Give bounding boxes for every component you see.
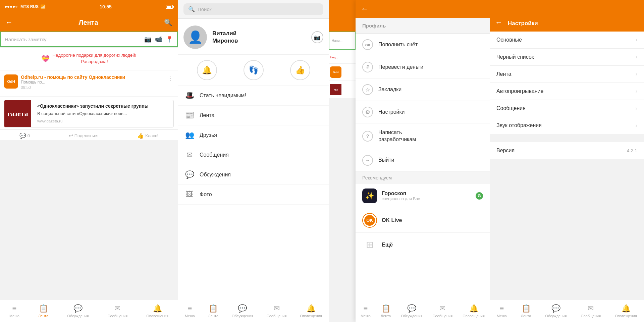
back-button[interactable]: ← (5, 18, 13, 27)
grid-icon: ⊞ (366, 239, 374, 250)
share-action[interactable]: ↩ Поделиться (69, 132, 99, 139)
discussions-label: Обсуждения (67, 314, 89, 318)
feed-avatar: OdH (4, 74, 18, 89)
menu-tab-discussions[interactable]: 💬 Обсуждения (232, 304, 253, 318)
bell-icon: 🔔 (202, 65, 212, 75)
more-item[interactable]: ⊞ Ещё (356, 233, 490, 257)
feed-item-more[interactable]: ⋮ (168, 74, 174, 82)
search-icon: 🔍 (188, 6, 195, 12)
likes-btn[interactable]: 👍 (290, 60, 310, 80)
search-placeholder: Поиск (198, 6, 212, 12)
version-value: 4.2.1 (627, 148, 637, 153)
like-icon: 👍 (137, 132, 144, 139)
settings-item-feed[interactable]: Лента › (490, 66, 644, 83)
settings-tab-menu[interactable]: ≡ Меню (497, 304, 507, 318)
version-label: Версия (496, 148, 515, 154)
transfer-label: Перевести деньги (378, 64, 423, 71)
oklive-icon: OK (362, 213, 377, 228)
status-bar-right (166, 5, 173, 9)
search-input-wrap[interactable]: 🔍 Поиск (183, 3, 323, 15)
sound-label: Звук отображения (496, 122, 542, 128)
status-bar-left: MTS RUS 📶 (5, 4, 46, 9)
menu-item-invisible[interactable]: 🎩 Стать невидимым! (178, 86, 329, 106)
menu-item-photos[interactable]: 🖼 Фото (178, 185, 329, 205)
menu-item-messages[interactable]: ✉ Сообщения (178, 145, 329, 165)
settings-feed-label: Лента (521, 314, 531, 318)
camera-button[interactable]: 📷 (311, 31, 323, 43)
comment-action[interactable]: 💬 0 (19, 132, 30, 139)
settings-item-general[interactable]: Основные › (490, 32, 644, 49)
promo-text: Недорогие подарки для дорогих людей!Расп… (52, 52, 136, 65)
camera-icon[interactable]: 📷 (144, 36, 152, 43)
overlay-msg-label: Сообщения (432, 314, 452, 318)
menu-tab-feed[interactable]: 📋 Лента (208, 304, 218, 318)
quick-actions: 🔔 👣 👍 (178, 55, 329, 86)
bookmarks-icon: ☆ (362, 84, 373, 95)
tab-messages[interactable]: ✉ Сообщения (107, 304, 127, 318)
discussions-menu-icon: 💬 (185, 170, 194, 179)
discussions-icon: 💬 (73, 304, 83, 313)
messages-label: Сообщения (107, 314, 127, 318)
news-card[interactable]: газета «Одноклассники» запустили секретн… (0, 97, 178, 129)
feed-menu-icon: 📰 (185, 111, 194, 120)
overlay-tab-disc[interactable]: 💬 Обсуждения (401, 304, 422, 318)
settings-disc-label: Обсуждения (545, 314, 567, 318)
settings-item-autoplay[interactable]: Автопроигрывание › (490, 83, 644, 100)
settings-item-blacklist[interactable]: Чёрный список › (490, 49, 644, 66)
horoscope-item[interactable]: ✨ Гороскоп специально для Вас G (356, 184, 490, 208)
note-placeholder[interactable]: Написать заметку (5, 37, 142, 42)
video-icon[interactable]: 📹 (155, 36, 162, 43)
panel-feed: MTS RUS 📶 10:55 ← Лента 🔍 Написать замет… (0, 0, 178, 322)
menu-bottom-tabs: ≡ Меню 📋 Лента 💬 Обсуждения ✉ Сообщения … (178, 300, 329, 322)
developer-item[interactable]: ? Написатьразработчикам (356, 123, 490, 149)
discussions-menu-label: Обсуждения (200, 172, 231, 178)
menu-item-friends[interactable]: 👥 Друзья (178, 125, 329, 145)
search-bar: 🔍 Поиск (178, 0, 329, 19)
settings-item-sound[interactable]: Звук отображения › (490, 117, 644, 134)
menu-item-discussions[interactable]: 💬 Обсуждения (178, 165, 329, 185)
topup-item[interactable]: ок Пополнить счёт (356, 34, 490, 56)
overlay-tab-notif[interactable]: 🔔 Оповещения (463, 304, 485, 318)
overlay-tab-feed[interactable]: 📋 Лента (381, 304, 391, 318)
tab-notifications[interactable]: 🔔 Оповещения (146, 304, 168, 318)
like-action[interactable]: 👍 Класс! (137, 132, 158, 139)
share-icon: ↩ (69, 132, 73, 139)
menu-tab-messages[interactable]: ✉ Сообщения (267, 304, 287, 318)
logout-item[interactable]: → Выйти (356, 149, 490, 172)
transfer-icon: ₽ (362, 62, 373, 72)
transfer-item[interactable]: ₽ Перевести деньги (356, 56, 490, 78)
settings-tab-feed[interactable]: 📋 Лента (521, 304, 531, 318)
settings-tab-disc[interactable]: 💬 Обсуждения (545, 304, 567, 318)
overlay-back-button[interactable]: ← (361, 5, 368, 13)
menu-tab-menu[interactable]: ≡ Меню (185, 304, 195, 318)
overlay-tab-msg[interactable]: ✉ Сообщения (432, 304, 452, 318)
promo-banner[interactable]: 💝 Недорогие подарки для дорогих людей!Ра… (0, 48, 178, 70)
tab-menu[interactable]: ≡ Меню (9, 304, 19, 318)
settings-notif-icon: 🔔 (622, 304, 631, 313)
carrier-label: MTS RUS (20, 4, 39, 9)
photos-icon: 🖼 (185, 190, 194, 199)
user-profile-section[interactable]: 👤 ВиталийМиронов 📷 (178, 19, 329, 55)
settings-item[interactable]: ⚙ Настройки (356, 101, 490, 123)
menu-tab-disc-label: Обсуждения (232, 314, 253, 318)
settings-feed-icon: 📋 (522, 304, 531, 313)
menu-tab-label: Меню (185, 314, 195, 318)
settings-title: Настройки (508, 20, 538, 27)
settings-tab-msg[interactable]: ✉ Сообщения (581, 304, 601, 318)
menu-item-feed[interactable]: 📰 Лента (178, 106, 329, 125)
search-button[interactable]: 🔍 (164, 18, 172, 26)
notification-btn[interactable]: 🔔 (197, 60, 217, 80)
settings-back-button[interactable]: ← (495, 18, 502, 27)
oklive-item[interactable]: OK OK Live (356, 208, 490, 233)
menu-tab-notifications[interactable]: 🔔 Оповещения (300, 304, 322, 318)
settings-label: Настройки (378, 109, 405, 116)
tab-discussions[interactable]: 💬 Обсуждения (67, 304, 89, 318)
footprints-btn[interactable]: 👣 (244, 60, 264, 80)
overlay-tab-menu[interactable]: ≡ Меню (361, 304, 371, 318)
settings-tab-notif[interactable]: 🔔 Оповещения (615, 304, 637, 318)
bookmarks-item[interactable]: ☆ Закладки (356, 78, 490, 101)
settings-item-messages[interactable]: Сообщения › (490, 100, 644, 117)
tab-feed[interactable]: 📋 Лента (38, 304, 48, 318)
location-icon[interactable]: 📍 (166, 36, 173, 43)
feed-menu-label: Лента (200, 112, 214, 118)
